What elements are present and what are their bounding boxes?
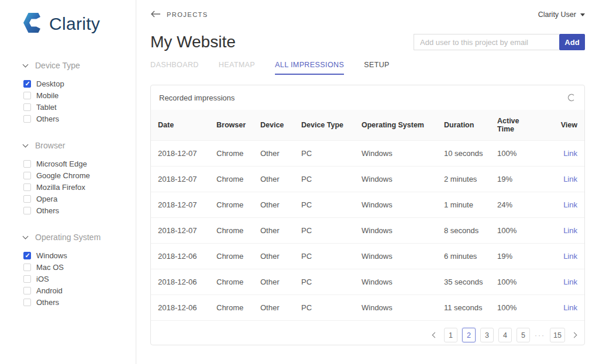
section-header-browser[interactable]: Browser (23, 141, 136, 150)
section-header-device-type[interactable]: Device Type (23, 61, 136, 70)
filter-option-microsoft-edge[interactable]: Microsoft Edge (23, 160, 136, 168)
topbar: PROJECTS Clarity User (136, 0, 599, 20)
table-row: 2018-12-06 Chrome Other PC Windows 35 se… (151, 269, 584, 295)
back-to-projects[interactable]: PROJECTS (150, 9, 208, 20)
cell-view: Link (544, 218, 584, 244)
checkbox-microsoft-edge[interactable] (23, 160, 31, 168)
filter-option-windows[interactable]: Windows (23, 251, 136, 260)
checkbox-mac-os[interactable] (23, 264, 31, 271)
option-label: Others (36, 115, 59, 123)
view-link[interactable]: Link (563, 303, 577, 312)
cell-date: 2018-12-06 (151, 244, 209, 269)
checkbox-google-chrome[interactable] (23, 172, 31, 179)
cell-browser: Chrome (209, 141, 253, 167)
cell-active-time: 19% (490, 167, 544, 192)
col-header-date: Date (151, 110, 209, 141)
checkbox-opera[interactable] (23, 195, 31, 203)
filter-option-mozilla-firefox[interactable]: Mozilla Firefox (23, 183, 136, 192)
section-title: Browser (35, 141, 65, 150)
cell-operating-system: Windows (354, 141, 437, 167)
cell-view: Link (544, 295, 584, 321)
pagination-page-15[interactable]: 15 (550, 328, 565, 342)
option-label: Mozilla Firefox (36, 183, 85, 192)
option-label: Tablet (36, 103, 57, 112)
view-link[interactable]: Link (563, 278, 577, 286)
add-user-button[interactable]: Add (559, 34, 585, 50)
cell-date: 2018-12-07 (151, 167, 209, 192)
cell-device-type: PC (294, 218, 354, 244)
section-header-operating-system[interactable]: Operating System (23, 233, 136, 242)
cell-device: Other (253, 167, 294, 192)
checkbox-mobile[interactable] (23, 92, 31, 99)
filter-option-mobile[interactable]: Mobile (23, 91, 136, 100)
view-link[interactable]: Link (563, 226, 577, 235)
checkbox-os-others[interactable] (23, 299, 31, 306)
table-row: 2018-12-07 Chrome Other PC Windows 10 se… (151, 141, 584, 167)
pagination-page-2-active[interactable]: 2 (462, 328, 476, 342)
add-user-email-input[interactable] (414, 34, 559, 50)
cell-device-type: PC (294, 295, 354, 321)
view-link[interactable]: Link (563, 252, 577, 261)
checkbox-mozilla-firefox[interactable] (23, 183, 31, 191)
tab-all-impressions[interactable]: ALL IMPRESSIONS (275, 61, 344, 75)
clarity-logo-icon (23, 12, 43, 36)
cell-device-type: PC (294, 192, 354, 218)
projects-label[interactable]: PROJECTS (167, 11, 208, 18)
filter-option-android[interactable]: Android (23, 286, 136, 295)
filter-option-mac-os[interactable]: Mac OS (23, 263, 136, 272)
cell-browser: Chrome (209, 192, 253, 218)
tab-dashboard[interactable]: DASHBOARD (150, 61, 199, 75)
chevron-down-icon (23, 61, 29, 67)
checkbox-devicetype-others[interactable] (23, 115, 31, 123)
checkbox-browser-others[interactable] (23, 207, 31, 214)
brand-name: Clarity (49, 14, 100, 34)
refresh-icon[interactable] (567, 93, 576, 102)
tab-setup[interactable]: SETUP (364, 61, 390, 75)
view-link[interactable]: Link (563, 175, 577, 183)
col-header-duration: Duration (437, 110, 490, 141)
filter-option-desktop[interactable]: Desktop (23, 79, 136, 88)
filter-option-devicetype-others[interactable]: Others (23, 115, 136, 123)
user-menu[interactable]: Clarity User (538, 11, 585, 19)
filter-option-os-others[interactable]: Others (23, 298, 136, 307)
option-label: iOS (36, 275, 49, 283)
pagination-next-icon[interactable] (572, 332, 577, 338)
pagination-ellipsis: ··· (535, 331, 545, 339)
pagination-page-5[interactable]: 5 (517, 328, 530, 342)
checkbox-ios[interactable] (23, 275, 31, 283)
filter-option-ios[interactable]: iOS (23, 275, 136, 283)
back-arrow-icon[interactable] (150, 9, 161, 20)
cell-active-time: 100% (490, 269, 544, 295)
checkbox-windows[interactable] (23, 252, 31, 259)
filter-option-opera[interactable]: Opera (23, 195, 136, 203)
page-title: My Website (150, 33, 236, 51)
tab-heatmap[interactable]: HEATMAP (219, 61, 255, 75)
clarity-logo: Clarity (23, 12, 136, 36)
section-title: Device Type (35, 61, 80, 70)
view-link[interactable]: Link (563, 200, 577, 209)
cell-device: Other (253, 141, 294, 167)
cell-duration: 10 seconds (437, 141, 490, 167)
cell-duration: 11 seconds (437, 295, 490, 321)
cell-browser: Chrome (209, 269, 253, 295)
cell-view: Link (544, 244, 584, 269)
caret-down-icon (580, 13, 585, 16)
table-header-row: Date Browser Device Device Type Operatin… (151, 110, 584, 141)
pagination-page-4[interactable]: 4 (498, 328, 512, 342)
view-link[interactable]: Link (563, 149, 577, 158)
pagination-page-3[interactable]: 3 (480, 328, 494, 342)
pagination-page-1[interactable]: 1 (444, 328, 457, 342)
checkbox-android[interactable] (23, 287, 31, 294)
filter-option-browser-others[interactable]: Others (23, 206, 136, 215)
cell-device-type: PC (294, 269, 354, 295)
filter-option-tablet[interactable]: Tablet (23, 103, 136, 112)
col-header-operating-system: Operating System (354, 110, 437, 141)
cell-duration: 6 minutes (437, 244, 490, 269)
checkbox-tablet[interactable] (23, 103, 31, 111)
filter-option-google-chrome[interactable]: Google Chrome (23, 171, 136, 180)
checkbox-desktop[interactable] (23, 80, 31, 88)
cell-view: Link (544, 167, 584, 192)
cell-operating-system: Windows (354, 167, 437, 192)
cell-date: 2018-12-07 (151, 218, 209, 244)
pagination-prev-icon[interactable] (432, 332, 438, 338)
